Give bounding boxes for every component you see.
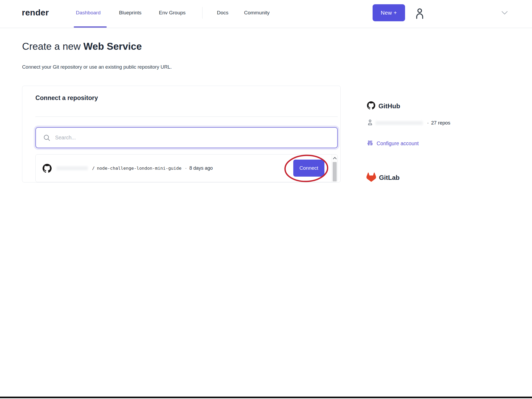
repository-path: /node-challenge-london-mini-guide (92, 166, 182, 171)
repository-updated: 8 days ago (189, 165, 213, 171)
nav-item-dashboard[interactable]: Dashboard (76, 10, 101, 16)
new-button[interactable]: New + (373, 4, 405, 21)
redacted-username (56, 166, 88, 170)
github-title: GitHub (378, 102, 400, 110)
repository-row: /node-challenge-london-mini-guide · 8 da… (36, 155, 332, 182)
page-title-bold: Web Service (83, 41, 142, 52)
scroll-up-icon[interactable] (332, 155, 337, 161)
github-mark-icon (43, 164, 52, 173)
repository-search-box (35, 127, 338, 148)
repos-bullet: · (427, 120, 429, 126)
chevron-down-icon[interactable] (501, 10, 508, 16)
user-icon (367, 118, 373, 127)
connect-repository-card: Connect a repository /node-challenge-lon (22, 86, 341, 182)
top-nav: render Dashboard Blueprints Env Groups D… (0, 0, 532, 28)
github-mark-icon (367, 101, 375, 111)
scrollbar-thumb[interactable] (333, 162, 337, 181)
list-scrollbar[interactable] (332, 155, 337, 182)
screenshot-bottom-border (0, 397, 532, 398)
gitlab-section-header: GitLab (366, 172, 400, 183)
github-account-row: · 27 repos (367, 118, 450, 127)
nav-item-blueprints[interactable]: Blueprints (119, 10, 142, 16)
repos-count: 27 repos (431, 120, 450, 126)
page-subtitle: Connect your Git repository or use an ex… (22, 64, 172, 70)
render-logo[interactable]: render (22, 8, 49, 18)
card-divider (35, 117, 338, 117)
user-icon[interactable] (413, 6, 426, 22)
search-input[interactable] (55, 135, 332, 141)
page-title: Create a new Web Service (22, 41, 142, 52)
render-create-web-service-screen: render Dashboard Blueprints Env Groups D… (0, 0, 532, 399)
repository-list: /node-challenge-london-mini-guide · 8 da… (35, 154, 338, 182)
page-title-regular: Create a new (22, 41, 83, 52)
active-tab-underline (74, 26, 107, 28)
gitlab-title: GitLab (379, 174, 400, 181)
configure-account-label: Configure account (377, 140, 419, 147)
card-heading: Connect a repository (35, 94, 98, 102)
search-icon (43, 134, 51, 142)
repository-separator: · (185, 166, 187, 171)
gitlab-fox-icon (366, 172, 376, 183)
repository-path-prefix: / (92, 166, 95, 171)
configure-account-link[interactable]: Configure account (367, 139, 419, 148)
nav-item-docs[interactable]: Docs (217, 10, 228, 16)
nav-divider (202, 7, 203, 19)
redacted-account-name (376, 121, 423, 125)
nav-item-env-groups[interactable]: Env Groups (159, 10, 185, 16)
connect-button[interactable]: Connect (293, 160, 324, 177)
sliders-icon (367, 139, 373, 148)
repository-name: node-challenge-london-mini-guide (97, 166, 182, 171)
github-section-header: GitHub (367, 101, 400, 111)
nav-item-community[interactable]: Community (244, 10, 270, 16)
